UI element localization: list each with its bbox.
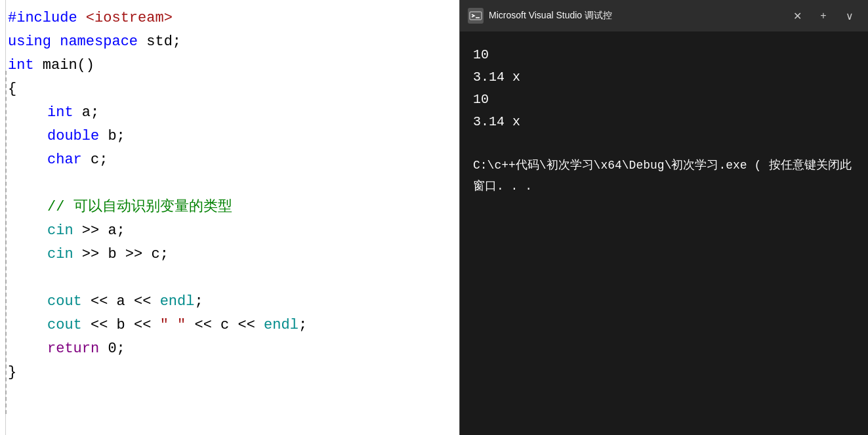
code-token: " ": [160, 314, 186, 337]
code-line-using: using namespace std;: [0, 30, 459, 54]
terminal-output-line-2: 3.14 x: [473, 67, 855, 88]
code-token: <iostream>: [86, 7, 173, 30]
terminal-output-line-4: 3.14 x: [473, 112, 855, 133]
code-token: cin: [47, 243, 73, 266]
code-token: namespace: [60, 30, 138, 54]
code-token: cout: [47, 314, 82, 337]
terminal-add-button[interactable]: +: [813, 5, 834, 26]
code-line-double-b: double b;: [0, 125, 459, 148]
code-line-cin-a: cin >> a;: [0, 219, 459, 243]
code-line-int-a: int a;: [0, 101, 459, 125]
code-token: cout: [47, 290, 82, 314]
code-token: cin: [47, 219, 73, 243]
code-token: endl: [264, 314, 299, 337]
terminal-title: Microsoft Visual Studio 调试控: [489, 10, 781, 22]
terminal-body: 10 3.14 x 10 3.14 x C:\c++代码\初次学习\x64\De…: [460, 31, 868, 435]
terminal-output-line-1: 10: [473, 45, 855, 66]
code-token: #include: [8, 7, 77, 30]
terminal-close-button[interactable]: ✕: [787, 5, 808, 26]
code-line-char-c: char c;: [0, 148, 459, 172]
terminal-titlebar: Microsoft Visual Studio 调试控 ✕ + ∨: [460, 0, 868, 31]
code-line-empty2: [0, 266, 459, 290]
code-line-close-brace: }: [0, 361, 459, 384]
code-line-open-brace: {: [0, 77, 459, 101]
code-token: int: [8, 54, 34, 77]
terminal-path-line: C:\c++代码\初次学习\x64\Debug\初次学习.exe (: [473, 159, 761, 172]
terminal-app-icon: [468, 8, 484, 24]
code-token: int: [47, 101, 73, 125]
terminal-chevron-button[interactable]: ∨: [839, 5, 860, 26]
code-line-cin-bc: cin >> b >> c;: [0, 243, 459, 266]
code-token: // 可以自动识别变量的类型: [47, 196, 232, 219]
code-line-empty1: [0, 172, 459, 196]
code-line-return: return 0;: [0, 337, 459, 361]
code-line-include: #include <iostream>: [0, 7, 459, 30]
code-line-cout-a: cout << a << endl ;: [0, 290, 459, 314]
code-line-comment: // 可以自动识别变量的类型: [0, 196, 459, 219]
code-line-cout-b: cout << b << " " << c << endl ;: [0, 314, 459, 337]
code-token: using: [8, 30, 51, 54]
code-token: double: [47, 125, 99, 148]
terminal-output-line-3: 10: [473, 89, 855, 110]
code-token: return: [47, 337, 99, 361]
code-editor: #include <iostream> using namespace std;…: [0, 0, 459, 435]
code-token: char: [47, 148, 82, 172]
code-token: endl: [160, 290, 195, 314]
terminal-panel: Microsoft Visual Studio 调试控 ✕ + ∨ 10 3.1…: [459, 0, 868, 435]
svg-rect-0: [470, 12, 482, 20]
code-line-main: int main(): [0, 54, 459, 77]
